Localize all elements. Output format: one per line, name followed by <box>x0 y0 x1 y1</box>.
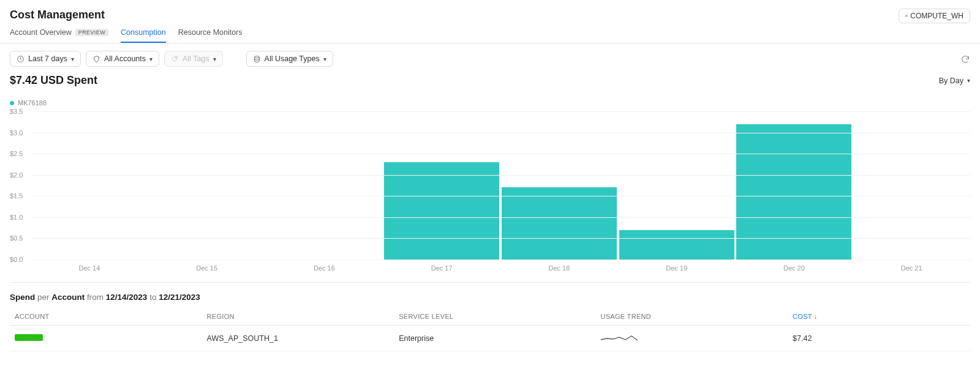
cell-region: AWS_AP_SOUTH_1 <box>202 326 394 351</box>
consumption-chart: Dec 14Dec 15Dec 16Dec 17Dec 18Dec 19Dec … <box>10 111 970 277</box>
tab-label: Consumption <box>121 28 166 37</box>
usage-types-filter[interactable]: All Usage Types ▾ <box>246 51 333 67</box>
refresh-icon <box>960 54 970 64</box>
x-tick-label: Dec 19 <box>618 261 736 277</box>
y-tick-label: $1.0 <box>10 214 28 221</box>
tab-resource-monitors[interactable]: Resource Monitors <box>178 28 243 43</box>
accounts-filter-label: All Accounts <box>104 54 146 63</box>
bar-slot <box>148 111 266 260</box>
warehouse-selector-button[interactable]: COMPUTE_WH <box>899 9 970 23</box>
gridline <box>31 238 970 239</box>
bar[interactable] <box>384 162 499 260</box>
section-entity: Account <box>51 293 85 302</box>
bar-slot <box>266 111 383 260</box>
y-tick-label: $1.5 <box>10 192 28 200</box>
gridline <box>31 154 970 154</box>
gridline <box>31 133 970 133</box>
tags-filter: All Tags ▾ <box>164 51 223 67</box>
usage-types-label: All Usage Types <box>265 54 320 63</box>
legend-dot-icon <box>10 101 14 105</box>
spend-table: ACCOUNT REGION SERVICE LEVEL USAGE TREND… <box>10 308 970 351</box>
granularity-label: By Day <box>939 77 963 85</box>
th-usage-trend[interactable]: USAGE TREND <box>595 308 788 326</box>
y-tick-label: $3.0 <box>10 129 28 136</box>
section-title: Spend per Account from 12/14/2023 to 12/… <box>0 277 980 308</box>
warehouse-selector-label: COMPUTE_WH <box>910 12 963 20</box>
cell-account <box>10 326 202 351</box>
bar-slot <box>500 111 618 260</box>
date-range-filter[interactable]: Last 7 days ▾ <box>10 51 81 67</box>
table-row[interactable]: AWS_AP_SOUTH_1 Enterprise $7.42 <box>10 326 970 351</box>
section-date-from: 12/14/2023 <box>106 293 148 302</box>
y-tick-label: $0.5 <box>10 234 28 242</box>
x-tick-label: Dec 16 <box>266 261 383 277</box>
section-to: to <box>147 293 159 302</box>
granularity-selector[interactable]: By Day ▾ <box>939 77 970 85</box>
gridline <box>31 175 970 176</box>
bar[interactable] <box>619 230 734 260</box>
section-prefix: Spend <box>10 293 35 302</box>
tags-filter-label: All Tags <box>183 54 209 63</box>
cell-service-level: Enterprise <box>394 326 595 351</box>
gridline <box>31 260 970 260</box>
tab-label: Account Overview <box>10 28 72 37</box>
sort-down-icon: ↓ <box>814 313 818 320</box>
x-tick-label: Dec 21 <box>853 261 970 277</box>
tab-label: Resource Monitors <box>178 28 243 37</box>
date-range-label: Last 7 days <box>28 54 67 63</box>
preview-badge: PREVIEW <box>75 29 108 36</box>
y-tick-label: $0.0 <box>10 256 28 263</box>
legend-series-label: MK76188 <box>18 99 47 106</box>
section-date-to: 12/21/2023 <box>159 293 200 302</box>
y-tick-label: $2.5 <box>10 150 28 157</box>
refresh-button[interactable] <box>960 53 970 64</box>
chevron-down-icon: ▾ <box>323 56 326 62</box>
status-dot-icon <box>905 15 908 17</box>
account-chip <box>15 334 43 341</box>
gridline <box>31 196 970 196</box>
sparkline-icon <box>600 332 641 343</box>
tab-consumption[interactable]: Consumption <box>121 28 166 43</box>
th-cost[interactable]: COST ↓ <box>788 308 970 326</box>
gridline <box>31 111 970 112</box>
bar-slot <box>31 111 148 260</box>
chevron-down-icon: ▾ <box>149 56 153 62</box>
chevron-down-icon: ▾ <box>213 56 216 62</box>
accounts-filter[interactable]: All Accounts ▾ <box>86 51 159 67</box>
x-tick-label: Dec 15 <box>148 261 266 277</box>
tag-icon <box>171 55 179 63</box>
bar-slot <box>736 111 853 260</box>
bar[interactable] <box>736 124 851 260</box>
th-cost-label: COST <box>793 313 812 320</box>
chevron-down-icon: ▾ <box>71 56 74 62</box>
total-spent: $7.42 USD Spent <box>10 74 97 87</box>
th-service-level[interactable]: SERVICE LEVEL <box>394 308 595 326</box>
bar-slot <box>853 111 970 260</box>
bar-slot <box>383 111 500 260</box>
chart-legend: MK76188 <box>0 89 980 109</box>
page-title: Cost Management <box>10 9 105 21</box>
x-tick-label: Dec 20 <box>736 261 853 277</box>
th-region[interactable]: REGION <box>202 308 394 326</box>
y-tick-label: $2.0 <box>10 171 28 179</box>
x-tick-label: Dec 18 <box>500 261 618 277</box>
filters-bar: Last 7 days ▾ All Accounts ▾ All Tags ▾ … <box>0 43 980 74</box>
x-tick-label: Dec 17 <box>383 261 500 277</box>
th-account[interactable]: ACCOUNT <box>10 308 202 326</box>
clock-icon <box>17 55 24 63</box>
cell-cost: $7.42 <box>788 326 970 351</box>
tabs: Account Overview PREVIEW Consumption Res… <box>0 26 980 43</box>
section-per: per <box>35 293 51 302</box>
svg-point-2 <box>254 56 259 58</box>
y-tick-label: $3.5 <box>10 108 28 115</box>
section-from: from <box>85 293 106 302</box>
bar[interactable] <box>502 187 617 260</box>
tab-account-overview[interactable]: Account Overview PREVIEW <box>10 28 108 43</box>
shield-icon <box>92 55 100 63</box>
x-tick-label: Dec 14 <box>31 261 148 277</box>
cell-usage-trend <box>595 326 788 351</box>
gridline <box>31 217 970 218</box>
svg-point-1 <box>175 58 176 59</box>
database-icon <box>253 55 261 63</box>
chevron-down-icon: ▾ <box>967 77 970 84</box>
